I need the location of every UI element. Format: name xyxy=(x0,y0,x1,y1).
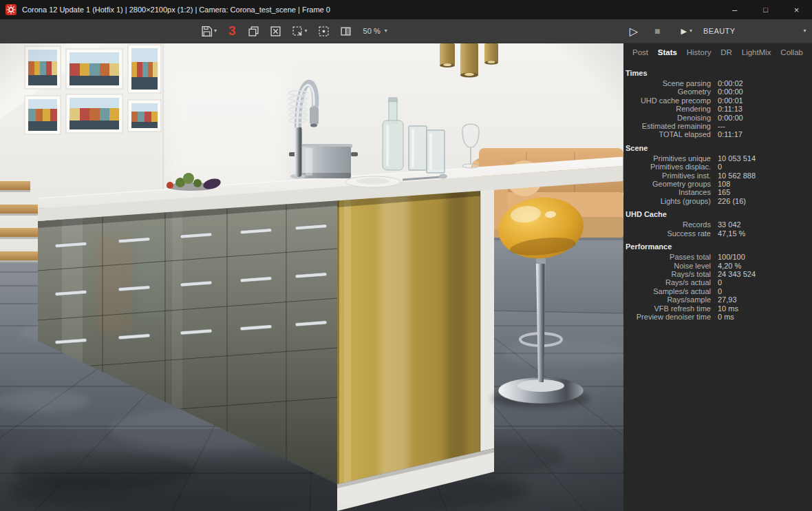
stat-value: 4,20 % xyxy=(718,262,812,270)
stat-value: 10 053 514 xyxy=(718,154,812,163)
render-image xyxy=(0,43,623,511)
stat-label: Success rate xyxy=(625,229,718,238)
stat-value: 0 xyxy=(718,287,812,295)
stat-label: TOTAL elapsed xyxy=(625,130,718,138)
stat-row: Denoising0:00:00 xyxy=(625,114,812,122)
stat-value: 0:00:01 xyxy=(718,96,812,105)
stat-row: VFB refresh time10 ms xyxy=(625,304,812,313)
stat-value: 0 ms xyxy=(718,313,812,321)
stat-value: 0:11:13 xyxy=(718,105,812,113)
save-image-button[interactable]: ▾ xyxy=(198,23,220,39)
close-button[interactable]: × xyxy=(781,0,812,19)
zoom-level-value: 50 % xyxy=(363,27,381,35)
corona-vfb-window: Corona 12 Update 1 (Hotfix 1) | 2800×210… xyxy=(0,0,812,511)
toolbar-right-group: ▷ ■ ▶ ▾ BEAUTY ▾ xyxy=(621,25,812,38)
stat-row: Primitives inst.10 562 888 xyxy=(625,171,812,180)
stats-panel: PostStatsHistoryDRLightMixCollab TimesSc… xyxy=(623,43,812,511)
stat-label: Primitives inst. xyxy=(625,171,718,180)
render-region-button[interactable]: ▾ xyxy=(289,23,310,39)
stat-value: 0:11:17 xyxy=(718,130,812,138)
stat-value: 165 xyxy=(718,188,812,196)
clear-icon xyxy=(270,25,281,37)
vfb-toolbar: ▾ 3 ▾ xyxy=(0,19,812,43)
stat-label: Scene parsing xyxy=(625,79,718,87)
zoom-select[interactable]: 50 % ▾ xyxy=(359,25,392,37)
duplicate-icon xyxy=(248,25,259,37)
stat-label: Primitives unique xyxy=(625,154,718,163)
stat-value: 0 xyxy=(718,278,812,286)
stat-row: UHD cache precomp0:00:01 xyxy=(625,96,812,105)
section-title: UHD Cache xyxy=(626,210,812,218)
stat-row: Samples/s actual0 xyxy=(625,287,812,295)
section-title: Scene xyxy=(626,144,812,152)
region-dot-icon xyxy=(318,25,330,37)
duplicate-to-history-button[interactable] xyxy=(245,23,262,39)
floppy-icon xyxy=(201,25,213,37)
stat-value: 10 ms xyxy=(718,304,812,313)
stat-value: 0:00:00 xyxy=(718,87,812,96)
stat-value: 100/100 xyxy=(718,253,812,261)
stat-row: Primitives unique10 053 514 xyxy=(625,154,812,163)
titlebar: Corona 12 Update 1 (Hotfix 1) | 2800×210… xyxy=(0,0,812,19)
stat-row: Passes total100/100 xyxy=(625,253,812,261)
stat-label: Geometry groups xyxy=(625,180,718,188)
stats-sections: TimesScene parsing0:00:02Geometry0:00:00… xyxy=(623,61,812,321)
ab-compare-button[interactable] xyxy=(337,23,354,39)
stat-label: Rays/s total xyxy=(625,270,718,278)
window-title: Corona 12 Update 1 (Hotfix 1) | 2800×210… xyxy=(22,6,330,14)
stat-label: Rays/sample xyxy=(625,295,718,304)
tab-stats[interactable]: Stats xyxy=(658,48,677,56)
stat-value: --- xyxy=(718,122,812,130)
start-interactive-button[interactable]: ▶ ▾ xyxy=(669,27,696,36)
stat-label: Denoising xyxy=(625,114,718,122)
stat-row: Geometry groups108 xyxy=(625,180,812,188)
stat-row: Success rate47,15 % xyxy=(625,229,812,238)
maximize-button[interactable]: □ xyxy=(750,0,781,19)
corona-image-editor-button[interactable]: 3 xyxy=(224,23,240,39)
stat-value: 0:00:00 xyxy=(718,114,812,122)
stat-label: VFB refresh time xyxy=(625,304,718,313)
stat-row: Preview denoiser time0 ms xyxy=(625,313,812,321)
tab-lightmix[interactable]: LightMix xyxy=(742,48,771,56)
stat-label: Estimated remaining xyxy=(625,122,718,130)
stat-row: Lights (groups)226 (16) xyxy=(625,197,812,205)
stat-label: Rendering xyxy=(625,105,718,113)
render-element-value: BEAUTY xyxy=(703,27,735,35)
stop-render-button[interactable]: ■ xyxy=(646,25,668,36)
render-element-select[interactable]: BEAUTY ▾ xyxy=(703,27,806,35)
stat-label: Rays/s actual xyxy=(625,278,718,286)
region-select-icon xyxy=(292,25,303,37)
section-title: Times xyxy=(626,69,812,77)
minimize-button[interactable]: – xyxy=(719,0,750,19)
stat-label: Primitives displac. xyxy=(625,163,718,171)
stat-value: 226 (16) xyxy=(718,197,812,205)
stat-row: Scene parsing0:00:02 xyxy=(625,79,812,87)
main-content: PostStatsHistoryDRLightMixCollab TimesSc… xyxy=(0,43,812,511)
stat-value: 47,15 % xyxy=(718,229,812,238)
clear-vfb-button[interactable] xyxy=(267,23,284,39)
tab-dr[interactable]: DR xyxy=(720,48,732,56)
stat-label: Records xyxy=(625,220,718,229)
stat-row: Geometry0:00:00 xyxy=(625,87,812,96)
toolbar-left-group: ▾ 3 ▾ xyxy=(198,23,392,39)
corona-logo-icon xyxy=(6,4,17,15)
stat-row: Rays/sample27,93 xyxy=(625,295,812,304)
play-icon: ▶ xyxy=(681,27,687,36)
stat-row: Noise level4,20 % xyxy=(625,262,812,270)
stat-row: Rendering0:11:13 xyxy=(625,105,812,113)
render-viewport[interactable] xyxy=(0,43,623,511)
split-view-icon xyxy=(340,25,352,37)
start-render-button[interactable]: ▷ xyxy=(621,25,646,38)
tab-history[interactable]: History xyxy=(687,48,712,56)
tab-collab[interactable]: Collab xyxy=(780,48,803,56)
tab-post[interactable]: Post xyxy=(632,48,648,56)
stat-label: Samples/s actual xyxy=(625,287,718,295)
stat-row: Rays/s actual0 xyxy=(625,278,812,286)
stat-value: 27,93 xyxy=(718,295,812,304)
chevron-down-icon: ▾ xyxy=(305,28,308,34)
chevron-down-icon: ▾ xyxy=(804,28,806,34)
stat-row: Instances165 xyxy=(625,188,812,196)
stat-value: 33 042 xyxy=(718,220,812,229)
pixel-region-button[interactable] xyxy=(315,23,332,39)
stat-label: Noise level xyxy=(625,262,718,270)
